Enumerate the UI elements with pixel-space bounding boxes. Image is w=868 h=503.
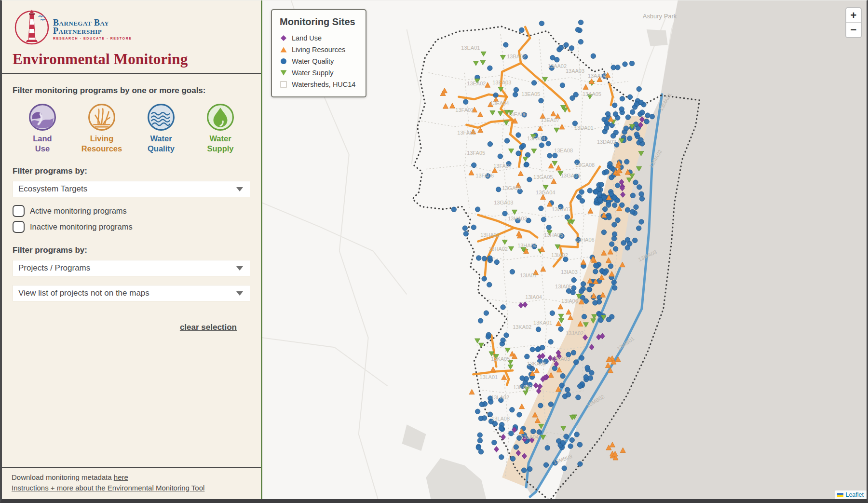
org-name: Barnegat Bay Partnership RESEARCH · EDUC…: [53, 19, 132, 40]
legend-title: Monitoring Sites: [280, 16, 361, 27]
circle-icon: [280, 58, 287, 65]
goal-label-line1: Land: [33, 134, 52, 144]
map-label: 13KA01: [533, 320, 552, 326]
instructions-link[interactable]: Instructions + more about the Environmen…: [12, 484, 204, 492]
org-name-line2: Partnership: [53, 27, 132, 35]
goal-label-line2: Use: [33, 144, 52, 154]
legend-item-watersheds: Watersheds, HUC14: [280, 79, 361, 90]
map-label: 13HA06: [575, 237, 595, 243]
map-label: 13GA07: [552, 206, 571, 212]
map-label: 13FA01: [455, 107, 474, 113]
map-label: 13FA04: [527, 136, 545, 141]
goal-water-quality-button[interactable]: Water Quality: [134, 103, 188, 154]
zoom-in-button[interactable]: +: [846, 8, 861, 23]
land-use-icon: [28, 103, 56, 131]
goal-label-line1: Living: [81, 134, 122, 144]
map-label: 13GA03: [494, 200, 513, 205]
goal-water-supply-label: Water Supply: [207, 134, 233, 154]
map-label: 13HA05: [544, 232, 563, 238]
triangle-up-icon: [280, 46, 287, 53]
map-label: 13KA02: [513, 324, 531, 330]
legend-item-living-resources: Living Resources: [280, 44, 361, 55]
map-label: 13LA04: [520, 434, 539, 440]
map-label: 13HA04: [517, 243, 537, 248]
active-programs-checkbox[interactable]: [13, 205, 25, 217]
map-label: 13IA02: [551, 252, 568, 258]
goal-label-line1: Water: [148, 134, 175, 144]
projects-programs-value: Projects / Programs: [18, 263, 90, 273]
water-supply-icon: [206, 103, 234, 131]
download-metadata-text: Download monitoring metadata: [12, 473, 114, 481]
map-label: 13GA02: [502, 185, 521, 191]
map-label: 13HA03: [508, 216, 527, 221]
legend-item-water-quality: Water Quality: [280, 55, 361, 67]
goal-label-line2: Supply: [207, 144, 233, 154]
map-label: 13KA06: [513, 384, 532, 390]
goal-filter-row: Land Use: [13, 103, 250, 154]
map-label: 13FA06: [475, 173, 494, 178]
map-label: 13DA02: [597, 139, 616, 145]
map-attribution: Leaflet: [835, 490, 867, 499]
map-label: 13BA02: [507, 54, 526, 59]
ecosystem-targets-value: Ecosystem Targets: [18, 184, 87, 194]
legend-label: Land Use: [292, 34, 322, 42]
map-label: 13EA01: [461, 45, 480, 51]
view-list-dropdown[interactable]: View list of projects not on the maps: [13, 285, 250, 301]
goal-label-line2: Resources: [81, 144, 122, 154]
map-label: 13IA04: [525, 294, 542, 300]
map-label: 13EA02: [467, 81, 486, 86]
map-label: 13EA06: [508, 111, 527, 117]
view-list-value: View list of projects not on the maps: [18, 288, 149, 298]
map-label: 13LA01: [479, 374, 498, 380]
inactive-programs-label: Inactive monitoring programs: [30, 222, 133, 231]
map-label: 13LA03: [491, 416, 510, 421]
map-label: 13EA03: [492, 80, 511, 85]
map-label: 13GA08: [575, 162, 595, 168]
sidebar-footer: Download monitoring metadata here Instru…: [2, 467, 261, 499]
goal-water-supply-button[interactable]: Water Supply: [193, 103, 247, 154]
chevron-down-icon: [236, 266, 243, 271]
title-divider: [2, 73, 261, 74]
triangle-down-icon: [280, 69, 287, 76]
square-outline-icon: [280, 81, 287, 88]
map-label: 13EA07: [541, 117, 559, 123]
map-label: 13GA05: [533, 174, 553, 180]
legend-label: Water Quality: [292, 57, 334, 65]
map-label: 13AA03: [566, 68, 584, 74]
map-label: 13HA02: [488, 246, 508, 252]
lighthouse-logo-icon: [14, 6, 51, 49]
zoom-out-button[interactable]: −: [846, 23, 861, 37]
leaflet-attribution-link[interactable]: Leaflet: [845, 491, 864, 498]
filter-by-label-1: Filter programs by:: [13, 166, 250, 176]
goal-land-use-button[interactable]: Land Use: [15, 103, 69, 154]
goal-living-resources-label: Living Resources: [81, 134, 122, 154]
water-quality-icon: [147, 103, 175, 131]
chevron-down-icon: [236, 291, 243, 296]
download-metadata-link[interactable]: here: [114, 473, 128, 481]
org-tagline: RESEARCH · EDUCATE · RESTORE: [53, 37, 132, 40]
projects-programs-dropdown[interactable]: Projects / Programs: [13, 260, 250, 276]
map-label: 13KA03: [551, 356, 570, 362]
map-label: Asbury Park: [643, 13, 677, 20]
map-panel: 13EA0113BA0213AA0213AA0313AA0413EA0213EA…: [262, 0, 867, 499]
map-label: 13FA02: [457, 130, 475, 136]
clear-selection-link[interactable]: clear selection: [180, 323, 237, 332]
page-title: Environmental Monitoring: [13, 51, 261, 68]
download-metadata-line: Download monitoring metadata here: [12, 472, 256, 483]
map-label: 13DA01: [574, 125, 594, 131]
map-label: 13GA06: [561, 173, 580, 178]
ecosystem-targets-dropdown[interactable]: Ecosystem Targets: [13, 181, 250, 197]
inactive-programs-checkbox[interactable]: [13, 221, 25, 233]
map-label: 13LA02: [491, 394, 509, 400]
ukraine-flag-icon: [837, 493, 843, 497]
living-resources-icon: [88, 103, 116, 131]
map-label: 13GA04: [536, 190, 555, 195]
goal-land-use-label: Land Use: [33, 134, 52, 154]
legend-label: Watersheds, HUC14: [292, 81, 355, 88]
map-label: 13IA01: [520, 272, 537, 278]
active-programs-row: Active monitoring programs: [13, 205, 250, 217]
goal-label-line2: Quality: [148, 144, 175, 154]
legend-item-land-use: Land Use: [280, 32, 361, 44]
goal-living-resources-button[interactable]: Living Resources: [75, 103, 129, 154]
legend-label: Living Resources: [292, 46, 345, 54]
